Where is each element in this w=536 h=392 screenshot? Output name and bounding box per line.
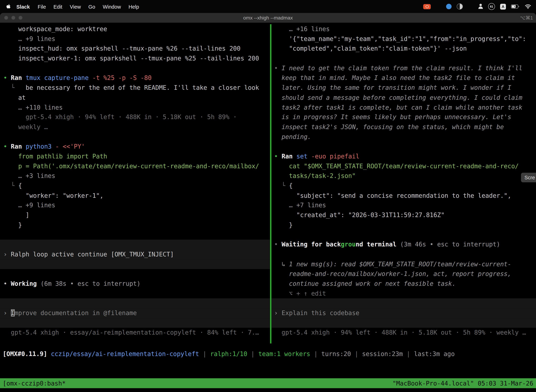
text-segment: I xyxy=(11,309,14,317)
text-segment: (6m 38s • esc to interrupt) xyxy=(40,280,140,287)
menu-window[interactable]: Window xyxy=(99,4,125,9)
text-segment: • xyxy=(274,153,282,160)
apple-menu-icon[interactable] xyxy=(6,4,12,9)
text-segment: • xyxy=(3,143,11,150)
menu-file[interactable]: File xyxy=(34,4,50,9)
menu-items: FileEditViewGoWindowHelp xyxy=(34,4,143,9)
terminal-line: p = Path('.omx/state/team/review-current… xyxy=(0,161,270,171)
text-segment: weekly … xyxy=(3,123,48,131)
terminal-line: … +3 lines xyxy=(0,171,270,181)
text-segment: - <<'PY' xyxy=(55,143,85,150)
text-segment: … +9 lines xyxy=(3,202,55,209)
text-segment: inspect task2's JSON, focusing on the st… xyxy=(274,123,504,131)
text-segment: is in progress? It seems likely but perh… xyxy=(274,113,511,121)
working-status: • Working (6m 38s • esc to interrupt) xyxy=(0,279,270,289)
text-segment: • xyxy=(274,241,282,248)
pane-footer-status: gpt-5.4 xhigh · 94% left · 488K in · 5.1… xyxy=(271,328,536,338)
text-segment: -t %25 -p -S -80 xyxy=(92,74,152,81)
terminal-line: "created_at": "2026-03-31T11:59:27.816Z" xyxy=(271,210,536,220)
prompt-input[interactable]: › Improve documentation in @filename xyxy=(0,308,270,318)
tmux-pane-right[interactable]: … +16 lines '{"team_name":"my-team","tas… xyxy=(271,23,536,343)
tmux-host-clock: "MacBook-Pro-44.local" 05:03 31-Mar-26 xyxy=(392,378,533,388)
app-icon-dark[interactable] xyxy=(457,3,463,9)
menu-app-name[interactable]: Slack xyxy=(12,4,34,9)
menu-help[interactable]: Help xyxy=(125,4,143,9)
terminal-line: continue assigned work or next feasible … xyxy=(271,279,536,289)
menu-edit[interactable]: Edit xyxy=(50,4,66,9)
app-icon-blue[interactable] xyxy=(446,4,452,9)
minimize-button[interactable] xyxy=(11,16,15,20)
prompt-suggestion[interactable]: › Explain this codebase xyxy=(271,308,536,318)
terminal-line xyxy=(271,299,536,308)
text-segment: • xyxy=(3,280,11,287)
text-segment: mprove documentation in @filename xyxy=(14,309,137,317)
text-segment: › xyxy=(3,309,11,317)
terminal-line xyxy=(271,142,536,152)
terminal-line: … +9 lines xyxy=(0,34,270,44)
profile-icon[interactable] xyxy=(478,4,483,9)
terminal-line: weekly … xyxy=(0,122,270,132)
text-segment: "subject": "send a concise recommendatio… xyxy=(274,192,511,199)
text-segment: readme-and-reco/mailbox/worker-1.json, a… xyxy=(274,270,511,277)
terminal-line: tasks/task-2.json" xyxy=(271,171,536,181)
battery-percent-badge[interactable]: 61 xyxy=(488,3,495,10)
text-segment: Ran xyxy=(11,143,26,150)
screen-recording-icon[interactable] xyxy=(423,4,431,9)
text-segment: Ran xyxy=(282,153,296,160)
dots-grid-icon[interactable] xyxy=(468,4,473,9)
window-title-bar[interactable]: omx --xhigh --madmax ⌥⌘1 xyxy=(0,13,536,23)
menu-view[interactable]: View xyxy=(66,4,85,9)
text-segment: pending. xyxy=(274,133,311,140)
text-segment: tasks/task-2.json" xyxy=(274,172,356,179)
screen-tooltip: Scre xyxy=(521,173,536,182)
thinking-text: keep that in mind. Maybe I also need the… xyxy=(271,73,536,83)
text-segment: '{"team_name":"my-team","task_id":"1","f… xyxy=(274,35,526,42)
terminal-line: inspect_worker-1: omx sparkshell --tmux-… xyxy=(0,54,270,63)
terminal-line xyxy=(0,259,270,269)
close-button[interactable] xyxy=(4,16,8,20)
wifi-icon[interactable] xyxy=(525,4,531,9)
text-segment: › xyxy=(3,250,11,258)
edit-hint: ⌥ + ↑ edit xyxy=(271,289,536,299)
text-segment: (3m 46s • esc to interrupt) xyxy=(400,241,500,248)
thinking-text: should send a message before completing … xyxy=(271,93,536,103)
menu-bar: Slack FileEditViewGoWindowHelp 61 A xyxy=(0,0,536,13)
terminal-line xyxy=(0,269,270,279)
text-segment: workspace_mode: worktree xyxy=(3,25,107,33)
ralph-loop-status: › Ralph loop active continue [OMX_TMUX_I… xyxy=(0,250,270,259)
text-segment: gpt-5.4 xhigh · essay/ai-reimplementatio… xyxy=(3,329,259,336)
terminal-line xyxy=(271,54,536,63)
tmux-pane-left[interactable]: workspace_mode: worktree … +9 lines insp… xyxy=(0,23,270,343)
text-segment: python3 xyxy=(26,143,55,150)
text-segment: | xyxy=(310,350,321,357)
text-segment: | xyxy=(199,350,210,357)
menu-go[interactable]: Go xyxy=(85,4,99,9)
battery-icon[interactable] xyxy=(511,4,520,9)
terminal-line xyxy=(0,63,270,73)
terminal-line xyxy=(0,299,270,308)
terminal-line: • Ran tmux capture-pane -t %25 -p -S -80 xyxy=(0,73,270,83)
terminal-line: └ { xyxy=(0,181,270,191)
terminal-line: at xyxy=(0,93,270,103)
text-segment: └ xyxy=(3,182,18,189)
tmux-status-bar: [omx-cczip0:bash* "MacBook-Pro-44.local"… xyxy=(0,378,536,388)
terminal-line: gpt-5.4 xhigh · 94% left · 488K in · 5.1… xyxy=(0,112,270,122)
text-segment: Working xyxy=(11,280,41,287)
text-segment: | xyxy=(351,350,362,357)
screen: Slack FileEditViewGoWindowHelp 61 A xyxy=(0,0,536,392)
window-grid-icon[interactable] xyxy=(436,4,441,9)
zoom-button[interactable] xyxy=(19,16,23,20)
text-segment: [OMX#0.11.9] xyxy=(3,350,51,357)
input-source-icon[interactable]: A xyxy=(500,4,506,9)
pane-divider[interactable] xyxy=(270,24,272,344)
terminal-line xyxy=(271,318,536,328)
terminal-line: cat "$OMX_TEAM_STATE_ROOT/team/review-cu… xyxy=(271,161,536,171)
menu-bar-left: Slack FileEditViewGoWindowHelp xyxy=(0,4,143,9)
omx-status-bar: [OMX#0.11.9] cczip/essay/ai-reimplementa… xyxy=(0,349,536,359)
terminal: workspace_mode: worktree … +9 lines insp… xyxy=(0,23,536,343)
text-segment: … +7 lines xyxy=(274,202,326,209)
terminal-line: … +9 lines xyxy=(0,201,270,210)
thinking-text: pending. xyxy=(271,132,536,142)
terminal-line: └ { xyxy=(271,181,536,191)
tmux-session-name: [omx-cczip0:bash* xyxy=(3,378,66,388)
